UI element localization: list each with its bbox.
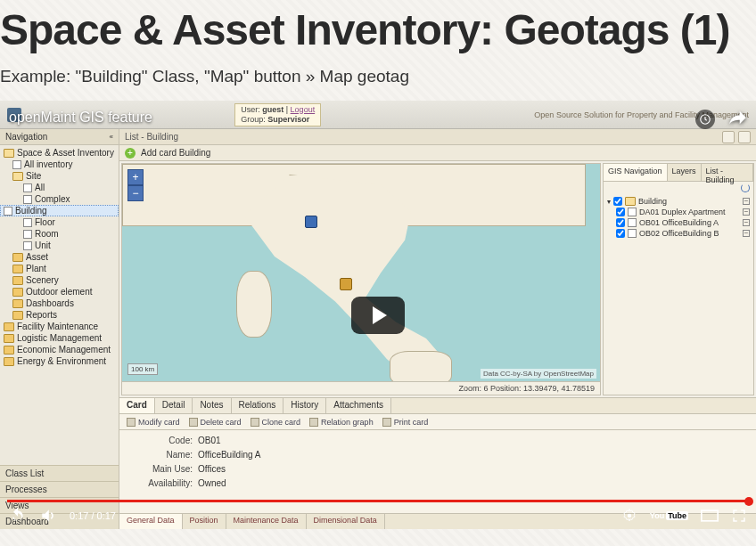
gis-tree-item[interactable]: OB01 OfficeBuilding A− [605, 217, 752, 228]
accordion-class-list[interactable]: Class List [0, 465, 119, 481]
nav-item-logistic-management[interactable]: Logistic Management [0, 332, 119, 344]
list-view-button[interactable] [738, 131, 751, 143]
settings-button[interactable] [621, 508, 637, 524]
video-controls: 0:17 / 0:17 YouTube [0, 502, 756, 529]
nav-item-space-asset-inventory[interactable]: Space & Asset Inventory [0, 147, 119, 159]
nav-item-all[interactable]: All [0, 182, 119, 193]
toolbar-print-card[interactable]: Print card [382, 418, 429, 427]
folder-icon [4, 149, 14, 158]
field-label: Availability: [130, 478, 193, 488]
gis-tree: ▾ Building − DA01 Duplex Apartment−OB01 … [604, 194, 753, 240]
field-label: Code: [130, 436, 193, 445]
gis-tree-item[interactable]: DA01 Duplex Apartment− [605, 207, 752, 217]
map-position-bar: Zoom: 6 Position: 13.39479, 41.78519 [122, 381, 600, 395]
card-tab-detail[interactable]: Detail [155, 398, 193, 413]
play-button[interactable] [351, 297, 405, 334]
map-marker-selected[interactable] [340, 278, 352, 290]
card-field: Main Use:Offices [130, 464, 745, 474]
toolbar-icon [189, 418, 198, 427]
toolbar-icon [382, 418, 391, 427]
volume-button[interactable] [39, 507, 57, 525]
gis-item-checkbox[interactable] [616, 218, 625, 227]
card-tab-history[interactable]: History [284, 398, 326, 413]
share-icon[interactable] [727, 110, 747, 129]
nav-item-asset[interactable]: Asset [0, 251, 119, 263]
video-title[interactable]: openMaint GIS feature [9, 110, 152, 126]
gis-root-label: Building [638, 197, 667, 206]
nav-item-all-inventory[interactable]: All inventory [0, 159, 119, 170]
folder-icon [4, 346, 14, 354]
gis-item-label: DA01 Duplex Apartment [639, 208, 726, 216]
add-icon[interactable]: + [125, 148, 136, 159]
fullscreen-button[interactable] [731, 508, 747, 524]
nav-item-scenery[interactable]: Scenery [0, 274, 119, 286]
gis-root-checkbox[interactable] [613, 197, 622, 206]
nav-item-site[interactable]: Site [0, 170, 119, 182]
video-top-icons [695, 110, 747, 129]
toolbar-label: Modify card [138, 418, 180, 427]
card-tabs: CardDetailNotesRelationsHistoryAttachmen… [119, 398, 756, 414]
field-value: Offices [198, 464, 226, 474]
folder-icon [4, 322, 14, 331]
map-canvas[interactable]: + − 100 km Data CC-by-SA by OpenStreetMa… [121, 163, 601, 395]
nav-item-unit[interactable]: Unit [0, 240, 119, 251]
add-card-button[interactable]: Add card Building [141, 148, 210, 158]
map-marker[interactable] [305, 216, 317, 228]
card-tab-attachments[interactable]: Attachments [326, 398, 391, 413]
gis-tree-root[interactable]: ▾ Building − [605, 196, 752, 207]
toolbar-icon [127, 418, 136, 427]
content-toolbar: + Add card Building [119, 145, 756, 161]
card-tab-relations[interactable]: Relations [232, 398, 284, 413]
card-tab-notes[interactable]: Notes [193, 398, 231, 413]
collapse-icon[interactable]: « [110, 133, 113, 141]
map-view-button[interactable] [722, 131, 735, 143]
nav-item-complex[interactable]: Complex [0, 193, 119, 205]
nav-item-label: Room [35, 229, 59, 239]
toolbar-label: Delete card [201, 418, 242, 427]
nav-item-building[interactable]: Building [0, 205, 119, 216]
nav-item-economic-management[interactable]: Economic Management [0, 344, 119, 355]
watch-later-icon[interactable] [695, 110, 715, 129]
logout-link[interactable]: Logout [291, 105, 316, 114]
nav-item-room[interactable]: Room [0, 228, 119, 240]
folder-icon [12, 265, 23, 273]
toolbar-clone-card[interactable]: Clone card [251, 418, 301, 427]
toolbar-delete-card[interactable]: Delete card [189, 418, 242, 427]
nav-item-dashboards[interactable]: Dashboards [0, 297, 119, 309]
replay-button[interactable] [9, 507, 27, 525]
folder-icon [12, 299, 23, 308]
card-tab-card[interactable]: Card [119, 398, 155, 413]
nav-item-outdoor-element[interactable]: Outdoor element [0, 286, 119, 297]
toolbar-modify-card[interactable]: Modify card [127, 418, 180, 427]
accordion-processes[interactable]: Processes [0, 481, 119, 497]
nav-item-label: Plant [26, 264, 46, 273]
svg-point-1 [628, 514, 632, 518]
collapse-icon[interactable]: − [743, 198, 750, 205]
zoom-out-button[interactable]: − [127, 185, 144, 201]
nav-item-plant[interactable]: Plant [0, 263, 119, 274]
gis-tab-gis-navigation[interactable]: GIS Navigation [604, 164, 668, 181]
toolbar-relation-graph[interactable]: Relation graph [309, 418, 374, 427]
nav-item-reports[interactable]: Reports [0, 309, 119, 321]
nav-item-energy-environment[interactable]: Energy & Environment [0, 355, 119, 367]
page-icon [23, 183, 32, 192]
theater-button[interactable] [701, 509, 719, 522]
youtube-logo[interactable]: YouTube [650, 511, 688, 520]
nav-item-facility-maintenance[interactable]: Facility Maintenance [0, 321, 119, 332]
gis-tab-list-building[interactable]: List - Building [702, 164, 753, 181]
field-value: OB01 [198, 436, 221, 445]
svg-rect-2 [702, 510, 718, 521]
navigation-header: Navigation « [0, 129, 119, 145]
gis-tab-layers[interactable]: Layers [668, 164, 702, 181]
gis-item-checkbox[interactable] [616, 208, 625, 216]
collapse-icon[interactable]: − [743, 230, 750, 237]
collapse-icon[interactable]: − [743, 219, 750, 226]
folder-icon [12, 276, 23, 285]
gis-tree-item[interactable]: OB02 OfficeBuilding B− [605, 228, 752, 239]
refresh-icon[interactable] [741, 183, 750, 192]
folder-icon [625, 197, 636, 206]
nav-item-floor[interactable]: Floor [0, 216, 119, 228]
zoom-in-button[interactable]: + [127, 169, 144, 185]
gis-item-checkbox[interactable] [616, 229, 625, 238]
collapse-icon[interactable]: − [743, 208, 750, 216]
